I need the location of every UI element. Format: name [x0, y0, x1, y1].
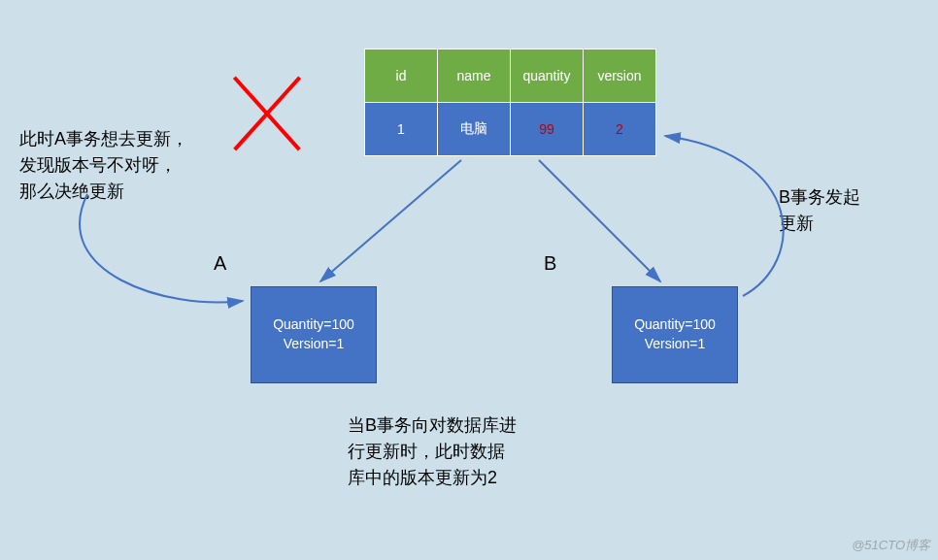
- arrow-b-update: [665, 136, 784, 296]
- transaction-a-box: Quantity=100 Version=1: [251, 286, 377, 383]
- reject-x-icon: [233, 73, 301, 150]
- bottom-annotation: 当B事务向对数据库进 行更新时，此时数据 库中的版本更新为2: [348, 412, 517, 491]
- box-a-line1: Quantity=100: [273, 315, 354, 335]
- right-annotation: B事务发起 更新: [779, 184, 860, 237]
- database-table: id name quantity version 1 电脑 99 2: [364, 49, 656, 156]
- cell-id: 1: [365, 103, 438, 156]
- box-b-line2: Version=1: [645, 335, 706, 354]
- cell-quantity: 99: [511, 103, 584, 156]
- transaction-b-box: Quantity=100 Version=1: [612, 286, 738, 383]
- header-id: id: [365, 49, 438, 103]
- header-quantity: quantity: [511, 49, 584, 103]
- arrow-left-curve: [80, 194, 243, 303]
- label-a: A: [214, 252, 226, 275]
- header-name: name: [438, 49, 511, 103]
- box-b-line1: Quantity=100: [634, 315, 716, 335]
- left-annotation: 此时A事务想去更新， 发现版本号不对呀， 那么决绝更新: [19, 126, 188, 205]
- cell-name: 电脑: [438, 103, 511, 156]
- watermark: @51CTO博客: [852, 537, 930, 554]
- label-b: B: [544, 252, 556, 275]
- arrow-table-to-b: [539, 160, 660, 281]
- arrow-table-to-a: [320, 160, 461, 281]
- header-version: version: [584, 49, 656, 103]
- cell-version: 2: [584, 103, 656, 156]
- box-a-line2: Version=1: [284, 335, 345, 354]
- table-row: 1 电脑 99 2: [365, 103, 656, 156]
